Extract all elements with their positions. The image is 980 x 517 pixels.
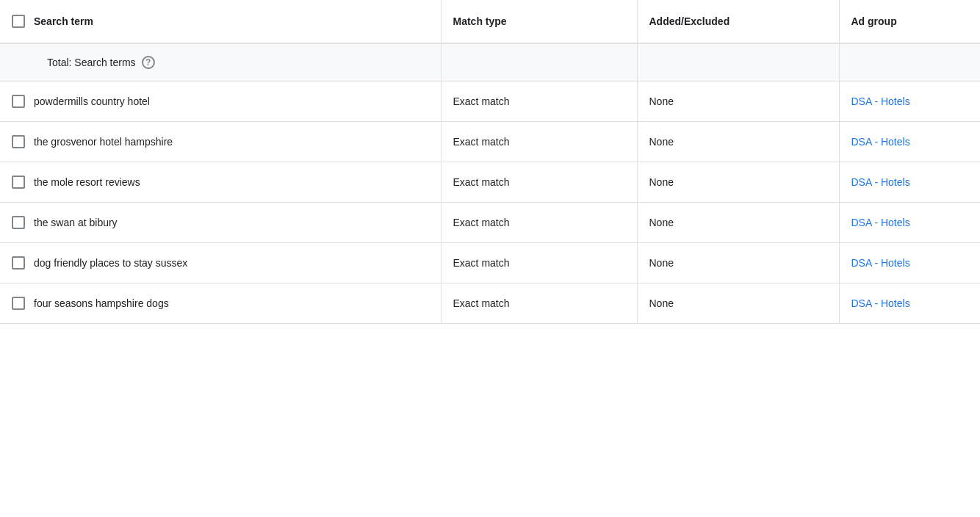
table-row: the mole resort reviews Exact match None… bbox=[0, 162, 980, 203]
total-ad-group-cell bbox=[839, 43, 980, 82]
row-checkbox-2[interactable] bbox=[12, 176, 25, 189]
match-type-cell-1: Exact match bbox=[441, 122, 637, 162]
added-excluded-header-label: Added/Excluded bbox=[649, 15, 730, 27]
table-row: the swan at bibury Exact match None DSA … bbox=[0, 203, 980, 243]
ad-group-link-0[interactable]: DSA - Hotels bbox=[851, 95, 910, 107]
added-excluded-cell-0: None bbox=[637, 82, 839, 122]
table-row: powdermills country hotel Exact match No… bbox=[0, 82, 980, 122]
row-checkbox-0[interactable] bbox=[12, 95, 25, 108]
match-type-cell-2: Exact match bbox=[441, 162, 637, 203]
ad-group-cell-5: DSA - Hotels bbox=[839, 283, 980, 324]
match-type-cell-3: Exact match bbox=[441, 203, 637, 243]
ad-group-link-4[interactable]: DSA - Hotels bbox=[851, 257, 910, 269]
search-term-column-header: Search term bbox=[0, 0, 441, 43]
search-term-cell-0: powdermills country hotel bbox=[0, 82, 441, 122]
search-term-text-5: four seasons hampshire dogs bbox=[34, 297, 169, 309]
total-search-terms-label: Total: Search terms bbox=[47, 57, 136, 68]
table-row: dog friendly places to stay sussex Exact… bbox=[0, 243, 980, 283]
search-term-cell-5: four seasons hampshire dogs bbox=[0, 283, 441, 324]
total-added-excluded-cell bbox=[637, 43, 839, 82]
help-icon[interactable]: ? bbox=[142, 56, 155, 69]
search-term-text-1: the grosvenor hotel hampshire bbox=[34, 136, 173, 148]
added-excluded-cell-5: None bbox=[637, 283, 839, 324]
total-label-cell: Total: Search terms ? bbox=[0, 43, 441, 82]
table-header-row: Search term Match type Added/Excluded Ad… bbox=[0, 0, 980, 43]
added-excluded-value-1: None bbox=[649, 136, 674, 148]
search-term-cell-2: the mole resort reviews bbox=[0, 162, 441, 203]
match-type-cell-5: Exact match bbox=[441, 283, 637, 324]
added-excluded-cell-4: None bbox=[637, 243, 839, 283]
ad-group-cell-3: DSA - Hotels bbox=[839, 203, 980, 243]
search-term-cell-1: the grosvenor hotel hampshire bbox=[0, 122, 441, 162]
match-type-column-header: Match type bbox=[441, 0, 637, 43]
ad-group-header-label: Ad group bbox=[851, 15, 897, 27]
select-all-checkbox[interactable] bbox=[12, 15, 25, 28]
added-excluded-value-2: None bbox=[649, 176, 674, 188]
match-type-cell-0: Exact match bbox=[441, 82, 637, 122]
ad-group-cell-1: DSA - Hotels bbox=[839, 122, 980, 162]
row-checkbox-4[interactable] bbox=[12, 256, 25, 270]
added-excluded-cell-2: None bbox=[637, 162, 839, 203]
total-match-type-cell bbox=[441, 43, 637, 82]
search-term-cell-3: the swan at bibury bbox=[0, 203, 441, 243]
added-excluded-column-header: Added/Excluded bbox=[637, 0, 839, 43]
search-term-text-3: the swan at bibury bbox=[34, 217, 118, 228]
search-term-text-2: the mole resort reviews bbox=[34, 176, 140, 188]
match-type-header-label: Match type bbox=[453, 15, 507, 27]
match-type-cell-4: Exact match bbox=[441, 243, 637, 283]
search-term-text-0: powdermills country hotel bbox=[34, 95, 150, 107]
table-row: the grosvenor hotel hampshire Exact matc… bbox=[0, 122, 980, 162]
match-type-value-3: Exact match bbox=[453, 217, 510, 228]
search-terms-table-container: Search term Match type Added/Excluded Ad… bbox=[0, 0, 980, 324]
added-excluded-value-0: None bbox=[649, 95, 674, 107]
added-excluded-cell-1: None bbox=[637, 122, 839, 162]
ad-group-link-3[interactable]: DSA - Hotels bbox=[851, 217, 910, 228]
search-term-cell-4: dog friendly places to stay sussex bbox=[0, 243, 441, 283]
row-checkbox-3[interactable] bbox=[12, 216, 25, 229]
match-type-value-1: Exact match bbox=[453, 136, 510, 148]
row-checkbox-5[interactable] bbox=[12, 297, 25, 310]
match-type-value-4: Exact match bbox=[453, 257, 510, 269]
added-excluded-value-4: None bbox=[649, 257, 674, 269]
row-checkbox-1[interactable] bbox=[12, 135, 25, 148]
table-row: four seasons hampshire dogs Exact match … bbox=[0, 283, 980, 324]
ad-group-cell-4: DSA - Hotels bbox=[839, 243, 980, 283]
match-type-value-5: Exact match bbox=[453, 297, 510, 309]
match-type-value-0: Exact match bbox=[453, 95, 510, 107]
ad-group-cell-0: DSA - Hotels bbox=[839, 82, 980, 122]
ad-group-link-2[interactable]: DSA - Hotels bbox=[851, 176, 910, 188]
ad-group-link-1[interactable]: DSA - Hotels bbox=[851, 136, 910, 148]
total-row: Total: Search terms ? bbox=[0, 43, 980, 82]
ad-group-column-header: Ad group bbox=[839, 0, 980, 43]
search-term-text-4: dog friendly places to stay sussex bbox=[34, 257, 187, 269]
match-type-value-2: Exact match bbox=[453, 176, 510, 188]
ad-group-link-5[interactable]: DSA - Hotels bbox=[851, 297, 910, 309]
search-term-header-label: Search term bbox=[34, 15, 93, 27]
added-excluded-value-3: None bbox=[649, 217, 674, 228]
added-excluded-cell-3: None bbox=[637, 203, 839, 243]
ad-group-cell-2: DSA - Hotels bbox=[839, 162, 980, 203]
added-excluded-value-5: None bbox=[649, 297, 674, 309]
search-terms-table: Search term Match type Added/Excluded Ad… bbox=[0, 0, 980, 324]
